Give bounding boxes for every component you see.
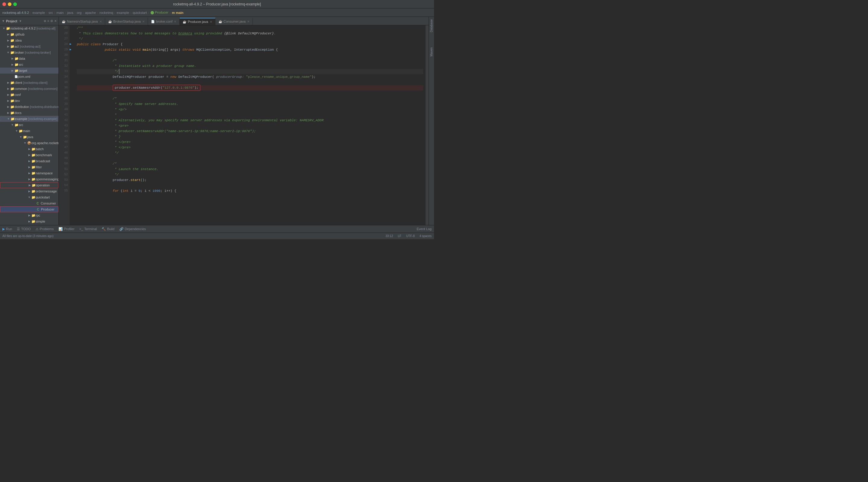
tree-item-pom[interactable]: 📄 pom.xml [0, 74, 59, 80]
breadcrumb-item-9[interactable]: example [117, 11, 129, 15]
run-button[interactable]: ▶ Run [2, 227, 12, 231]
tree-item-broker[interactable]: ▼ 📁 broker [rocketmq-broker] [0, 50, 59, 56]
main-layout: ▼ Project ▼ ⊕ ≡ ⚙ ✕ ▼ 📁 rocketmq-all-4.9… [0, 17, 434, 225]
tree-label-docs: docs [14, 111, 22, 115]
breadcrumb-item-6[interactable]: org [77, 11, 82, 15]
tree-item-openmessaging[interactable]: ▶ 📁 openmessaging [0, 176, 59, 182]
line-ending[interactable]: LF [398, 234, 401, 238]
profiler-button[interactable]: 📊 Profiler [59, 227, 74, 231]
maximize-button[interactable] [13, 2, 17, 6]
event-log-label: Event Log [416, 227, 432, 231]
java-icon-tab4: ☕ [183, 20, 186, 24]
close-button[interactable] [2, 2, 6, 6]
tree-item-example[interactable]: ▼ 📁 example [rocketmq-example] [0, 116, 59, 122]
tree-item-simple[interactable]: ▶ 📁 simple [0, 218, 59, 224]
build-button[interactable]: 🔨 Build [101, 227, 114, 231]
tree-item-client[interactable]: ▶ 📁 client [rocketmq-client] [0, 80, 59, 86]
breadcrumb-item-main[interactable]: m main [172, 11, 184, 15]
tree-item-main[interactable]: ▼ 📁 main [0, 128, 59, 134]
tree-item-batch[interactable]: ▶ 📁 batch [0, 146, 59, 152]
tree-item-operation[interactable]: ▶ 📁 operation [0, 182, 59, 188]
close-sidebar-icon[interactable]: ✕ [54, 19, 57, 23]
tree-item-quickstart[interactable]: ▼ 📁 quickstart [0, 194, 59, 200]
editor-scrollbar[interactable] [426, 25, 429, 225]
tree-item-namespace[interactable]: ▶ 📁 namespace [0, 170, 59, 176]
breadcrumb-item-4[interactable]: main [56, 11, 64, 15]
tree-item-src-example[interactable]: ▼ 📁 src [0, 122, 59, 128]
dependencies-button[interactable]: 🔗 Dependencies [119, 227, 146, 231]
tab-close-1[interactable]: ✕ [99, 20, 102, 23]
code-line-42: * Alternatively, you may specify name se… [77, 118, 423, 123]
code-line-29: public static void main(String[] args) t… [77, 47, 423, 53]
breadcrumb-item-3[interactable]: src [49, 11, 53, 15]
event-log-button[interactable]: Event Log [416, 227, 432, 231]
tree-item-idea[interactable]: ▶ 📁 .idea [0, 37, 59, 44]
tree-label-ordermessage: ordermessage [36, 190, 57, 193]
tree-item-org[interactable]: ▼ 📦 org.apache.rocketmq.example [0, 140, 59, 146]
problems-icon: ⚠ [36, 227, 38, 231]
tree-item-tracemessage[interactable]: ▶ 📁 tracemessage [0, 224, 59, 225]
tree-item-producer[interactable]: C Producer [0, 206, 59, 212]
tree-item-consumer[interactable]: C Consumer [0, 200, 59, 206]
tree-item-common[interactable]: ▶ 📁 common [rocketmq-common] [0, 86, 59, 92]
tree-item-docs[interactable]: ▶ 📁 docs [0, 110, 59, 116]
tree-item-conf[interactable]: ▶ 📁 conf [0, 92, 59, 98]
locate-icon[interactable]: ⊕ [44, 19, 46, 23]
tab-brokerstartup[interactable]: ☕ BrokerStartup.java ✕ [105, 18, 148, 25]
tab-namesrvstartup[interactable]: ☕ NamesrvStartup.java ✕ [59, 18, 105, 25]
tree-item-dev[interactable]: ▶ 📁 dev [0, 98, 59, 104]
tab-label-brokerstartup: BrokerStartup.java [113, 20, 141, 23]
tree-item-github[interactable]: ▶ 📁 .github [0, 31, 59, 37]
tree-item-src-broker[interactable]: ▶ 📁 src [0, 61, 59, 67]
problems-button[interactable]: ⚠ Problems [36, 227, 54, 231]
settings-icon[interactable]: ⚙ [50, 19, 53, 23]
code-line-46: * </pre> [77, 139, 423, 145]
database-panel-label[interactable]: Database [430, 19, 433, 32]
tree-item-filter[interactable]: ▶ 📁 filter [0, 164, 59, 170]
terminal-label: Terminal [84, 227, 97, 231]
todo-button[interactable]: ☰ TODO [17, 227, 31, 231]
tab-label-producer: Producer.java [188, 20, 208, 24]
tree-label-quickstart: quickstart [36, 195, 50, 199]
breadcrumb-item-producer[interactable]: ⬤ Producer [150, 10, 168, 15]
tab-close-4[interactable]: ✕ [210, 20, 212, 24]
tree-item-benchmark[interactable]: ▶ 📁 benchmark [0, 152, 59, 158]
tree-item-distribution[interactable]: ▶ 📁 distribution [rocketmq-distribution] [0, 104, 59, 110]
tab-producer[interactable]: ☕ Producer.java ✕ [180, 18, 215, 25]
java-icon-producer: C [36, 208, 40, 211]
dependencies-icon: 🔗 [119, 227, 124, 231]
cursor-position[interactable]: 33:12 [385, 234, 393, 238]
breadcrumb-item-1[interactable]: rocketmq-all-4.9.2 [2, 11, 29, 15]
tab-brokerconf[interactable]: 📄 broker.conf ✕ [148, 18, 180, 25]
breadcrumb-item-10[interactable]: quickstart [133, 11, 147, 15]
tree-item-target[interactable]: ▶ 📁 target [0, 67, 59, 74]
breadcrumb-item-5[interactable]: java [67, 11, 73, 15]
encoding[interactable]: UTF-8 [406, 234, 415, 238]
breadcrumb-item-2[interactable]: example [33, 11, 45, 15]
tab-close-5[interactable]: ✕ [247, 20, 250, 23]
tree-item-root[interactable]: ▼ 📁 rocketmq-all-4.9.2 [rocketmq-all] [0, 25, 59, 31]
code-editor[interactable]: 25 26 27 28 29 30 31 32 33 34 35 36 37 3… [59, 25, 429, 225]
tree-label-example: example [rocketmq-example] [15, 117, 57, 121]
tab-close-2[interactable]: ✕ [142, 20, 145, 23]
breadcrumb-item-7[interactable]: apache [85, 11, 96, 15]
tab-consumer[interactable]: ☕ Consumer.java ✕ [216, 18, 253, 25]
tree-item-rpc[interactable]: ▶ 📁 rpc [0, 212, 59, 218]
profiler-icon: 📊 [59, 227, 63, 231]
indent-style[interactable]: 4 spaces [420, 234, 432, 238]
breadcrumb-item-8[interactable]: rocketmq [99, 11, 113, 15]
tab-close-3[interactable]: ✕ [174, 20, 176, 23]
maven-panel-label[interactable]: Maven [430, 47, 433, 56]
tree-item-broadcast[interactable]: ▶ 📁 broadcast [0, 158, 59, 164]
collapse-icon[interactable]: ≡ [47, 19, 49, 23]
tree-item-data[interactable]: ▶ 📁 data [0, 56, 59, 61]
tab-bar: ☕ NamesrvStartup.java ✕ ☕ BrokerStartup.… [59, 17, 429, 25]
tree-label-conf: conf [14, 93, 21, 96]
minimize-button[interactable] [8, 2, 11, 6]
code-area[interactable]: /** * This class demonstrates how to sen… [74, 25, 426, 225]
tree-item-java[interactable]: ▼ 📁 java [0, 134, 59, 140]
tree-item-ordermessage[interactable]: ▶ 📁 ordermessage [0, 188, 59, 194]
tree-label-distribution: distribution [rocketmq-distribution] [14, 105, 59, 109]
tree-item-acl[interactable]: ▶ 📁 acl [rocketmq-acl] [0, 44, 59, 50]
terminal-button[interactable]: >_ Terminal [79, 227, 97, 231]
